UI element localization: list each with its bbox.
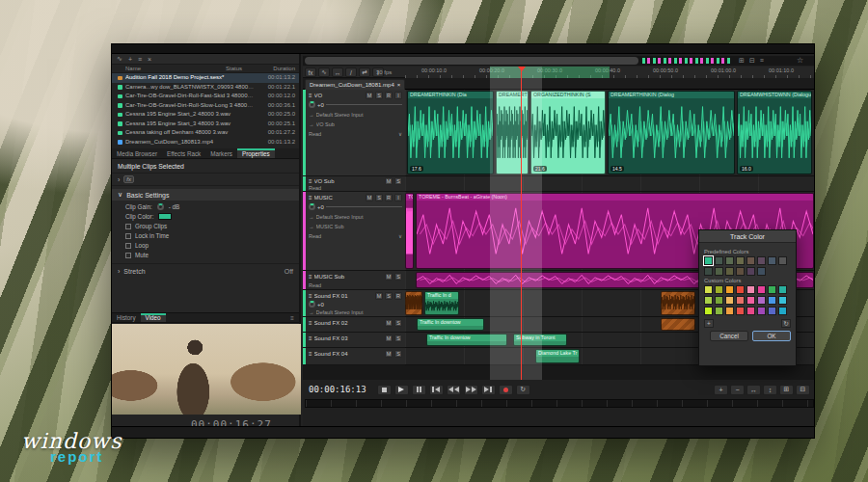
rewind-button[interactable] (447, 385, 461, 395)
color-swatch[interactable] (746, 307, 755, 315)
tab-markers[interactable]: Markers (205, 148, 237, 158)
color-swatch[interactable] (768, 296, 776, 305)
track-color-tab[interactable] (303, 333, 306, 347)
color-swatch[interactable] (736, 256, 745, 265)
volume-knob[interactable] (309, 301, 315, 308)
automation-mode[interactable]: Read (309, 131, 396, 137)
clip-gain-value[interactable]: - dB (169, 203, 180, 210)
add-color-icon[interactable]: + (704, 319, 714, 328)
mute-button[interactable]: M (385, 273, 393, 281)
color-swatch[interactable] (746, 285, 755, 294)
track-menu-icon[interactable]: ≡ (309, 335, 312, 341)
arm-record-button[interactable]: R (394, 292, 402, 300)
pan-slider[interactable] (326, 206, 402, 207)
volume-value[interactable]: +0 (317, 302, 324, 308)
track-name[interactable]: VO (314, 93, 364, 98)
volume-value[interactable]: +0 (317, 204, 324, 210)
media-icon[interactable]: ∿ (117, 55, 122, 63)
audio-clip[interactable]: DREAMERTHINKIN (Dia17.6 (407, 91, 494, 174)
skip-to-end-button[interactable] (481, 385, 496, 395)
audio-clip[interactable]: Traffic In downtow (417, 318, 484, 331)
mute-button[interactable]: M (385, 319, 393, 327)
color-swatch[interactable] (715, 296, 723, 305)
color-swatch[interactable] (736, 296, 745, 305)
session-tab[interactable]: Dreamem_CutDown_18081.mp4 × (305, 79, 405, 90)
solo-button[interactable]: S (394, 177, 402, 185)
audio-clip[interactable] (661, 291, 695, 315)
color-swatch[interactable] (725, 256, 734, 265)
track-header-sound-fx-02[interactable]: ≡Sound FX 02MS (303, 317, 405, 333)
file-row[interactable]: Car-Tire-OB-Gravel-Dirt-Roll-Fast-Skid 3… (112, 92, 299, 101)
color-swatch[interactable] (715, 285, 723, 294)
color-swatch[interactable] (725, 296, 734, 305)
column-status[interactable]: Status (226, 66, 242, 71)
track-menu-icon[interactable]: ≡ (309, 274, 312, 280)
color-swatch[interactable] (778, 296, 787, 305)
move-tool-button[interactable]: ↔ (332, 67, 343, 77)
file-row[interactable]: Audition Fall 2018 Demo Project.sesx*00:… (112, 73, 299, 83)
time-selection-range[interactable] (490, 67, 610, 78)
track-input[interactable]: Default Stereo Input (316, 112, 403, 118)
color-swatch[interactable] (778, 307, 787, 315)
grid-view-icon[interactable]: ⊞ (739, 56, 745, 66)
track-menu-icon[interactable]: ≡ (309, 93, 312, 98)
solo-button[interactable]: S (394, 319, 402, 327)
solo-button[interactable]: S (385, 292, 393, 300)
solo-button[interactable]: S (375, 92, 383, 99)
group-clips-checkbox[interactable] (125, 224, 131, 229)
automation-mode[interactable]: Read (309, 282, 402, 288)
tab-effects-rack[interactable]: Effects Rack (162, 148, 205, 158)
waveform-view-button[interactable]: ∿ (318, 67, 330, 77)
audio-clip[interactable]: Traffic In d (424, 291, 459, 315)
audio-clip[interactable] (405, 291, 422, 315)
zoom-out-button[interactable]: − (730, 385, 745, 395)
color-swatch[interactable] (704, 307, 713, 315)
loop-playback-button[interactable]: ↻ (516, 385, 530, 395)
loop-row[interactable]: Loop (112, 239, 299, 249)
track-input[interactable]: Default Stereo Input (316, 309, 403, 315)
track-name[interactable]: MUSIC (314, 195, 364, 201)
color-swatch[interactable] (757, 285, 766, 294)
track-color-tab[interactable] (303, 290, 306, 316)
panel-menu-icon[interactable]: ≡ (285, 313, 299, 322)
color-swatch[interactable] (736, 285, 745, 294)
reset-colors-icon[interactable]: ↻ (781, 319, 791, 328)
volume-knob[interactable] (309, 101, 315, 108)
track-color-tab[interactable] (303, 192, 306, 270)
track-menu-icon[interactable]: ≡ (309, 320, 312, 326)
color-swatch[interactable] (778, 256, 787, 265)
solo-button[interactable]: S (394, 350, 402, 358)
razor-tool-button[interactable]: / (345, 67, 357, 77)
track-header-vo-sub[interactable]: ≡VO SubMS Read (303, 176, 405, 192)
file-row[interactable]: Dreamem_CutDown_180813.mp400:01:13.2 (112, 138, 299, 147)
track-name[interactable]: Sound FX 03 (314, 335, 383, 341)
audio-clip[interactable]: TO (405, 193, 414, 269)
color-swatch[interactable] (757, 296, 766, 305)
track-color-tab[interactable] (303, 271, 306, 289)
fx-section-row[interactable]: › fx (112, 173, 299, 186)
color-swatch[interactable] (725, 267, 734, 276)
track-header-music-sub[interactable]: ≡MUSIC SubMS Read (303, 271, 405, 290)
audio-clip[interactable]: DREAMERTHINKIN (Dialog14.5 (608, 91, 735, 174)
file-row[interactable]: Camera...wy dow_BLASTNWISTX_09093 48000 … (112, 83, 299, 93)
audio-clip[interactable]: Traffic In downtow (426, 334, 507, 346)
tab-history[interactable]: History (112, 313, 141, 322)
lock-in-time-checkbox[interactable] (125, 233, 131, 239)
zoom-full-button[interactable]: ⊟ (796, 385, 810, 395)
color-swatch[interactable] (746, 267, 755, 276)
transport-timecode[interactable]: 00:00:16:13 (309, 385, 366, 394)
color-swatch[interactable] (757, 256, 766, 265)
color-swatch[interactable] (768, 285, 776, 294)
timeline-ruler[interactable]: 00:00:10.0 00:00:20.0 00:00:30.0 00:00:4… (405, 67, 814, 78)
import-icon[interactable]: + (128, 56, 132, 63)
slip-tool-button[interactable]: ⇄ (359, 67, 370, 77)
list-view-icon[interactable]: ⊟ (749, 56, 755, 66)
lock-in-time-row[interactable]: Lock in Time (112, 229, 299, 239)
delete-icon[interactable]: × (148, 56, 151, 63)
basic-settings-section[interactable]: ∨ Basic Settings (112, 189, 299, 201)
group-clips-row[interactable]: Group Clips (112, 220, 299, 229)
clip-color-swatch[interactable] (158, 213, 172, 220)
color-swatch[interactable] (725, 285, 734, 294)
mute-button[interactable]: M (385, 350, 393, 358)
track-menu-icon[interactable]: ≡ (309, 351, 312, 357)
